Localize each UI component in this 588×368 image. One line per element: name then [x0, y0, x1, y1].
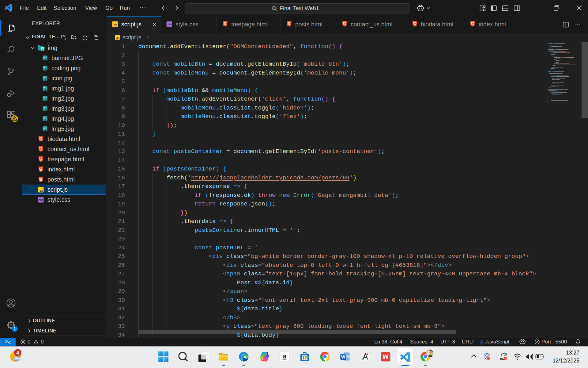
- svg-text:a: a: [283, 352, 287, 360]
- svg-text:JS: JS: [40, 189, 43, 192]
- svg-text:CSS: CSS: [167, 23, 172, 26]
- svg-text:JS: JS: [116, 36, 120, 40]
- svg-text:W: W: [341, 355, 345, 359]
- svg-text:JS: JS: [114, 23, 117, 27]
- svg-text:CSS: CSS: [39, 199, 43, 201]
- svg-text:4: 4: [17, 350, 19, 355]
